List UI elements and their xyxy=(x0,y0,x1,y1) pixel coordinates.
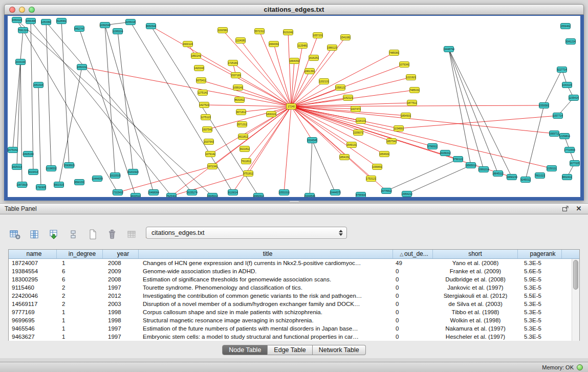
network-edge[interactable] xyxy=(238,87,291,106)
network-node[interactable]: 1537543 xyxy=(204,139,214,145)
network-node[interactable]: 7691324 xyxy=(18,28,28,33)
network-edge[interactable] xyxy=(312,140,335,192)
network-node[interactable]: 9433510 xyxy=(130,193,141,198)
table-row[interactable]: 946362711997Embryonic stem cells: a mode… xyxy=(9,333,572,341)
network-node[interactable]: 1155414 xyxy=(569,95,578,101)
tab-network-table[interactable]: Network Table xyxy=(313,345,366,355)
network-node[interactable]: 7485031 xyxy=(409,87,420,93)
network-edge[interactable] xyxy=(449,49,498,173)
network-edge[interactable] xyxy=(105,25,115,176)
network-node[interactable]: 1753121 xyxy=(366,176,376,182)
network-node[interactable]: 1857541 xyxy=(386,139,397,144)
network-node[interactable]: 9375412 xyxy=(196,78,206,83)
network-edge[interactable] xyxy=(291,77,411,106)
network-node[interactable]: 1966121 xyxy=(327,45,337,51)
network-edge[interactable] xyxy=(288,32,291,106)
network-node[interactable]: 1275123 xyxy=(201,115,211,120)
table-row[interactable]: 1938455462009Genome-wide association stu… xyxy=(9,267,572,275)
network-node[interactable]: 1224081 xyxy=(235,38,246,43)
network-node[interactable]: 1216131 xyxy=(356,118,366,124)
network-node[interactable]: 1790905 xyxy=(36,185,46,190)
show-columns-icon[interactable] xyxy=(28,228,41,240)
network-node[interactable]: 10391544 xyxy=(99,23,111,28)
network-node[interactable]: 7625401 xyxy=(166,193,177,198)
network-node[interactable]: 16776512 xyxy=(381,188,392,194)
network-node[interactable]: 9155018 xyxy=(125,19,136,25)
network-node[interactable]: 2200581 xyxy=(217,28,228,33)
network-node[interactable]: 1664051 xyxy=(289,58,299,64)
row-tools-icon[interactable] xyxy=(67,228,80,240)
network-node[interactable]: 10444059 xyxy=(92,176,103,182)
network-node[interactable]: 3671812 xyxy=(236,110,246,115)
network-edge[interactable] xyxy=(151,26,291,106)
network-node[interactable]: 20468064 xyxy=(148,190,159,195)
network-node[interactable]: 1669713 xyxy=(549,131,559,137)
network-node[interactable]: 1549131 xyxy=(346,142,357,148)
network-edge[interactable] xyxy=(291,106,406,116)
network-node[interactable]: 9751812 xyxy=(243,171,253,177)
network-node[interactable]: 1253360 xyxy=(41,19,51,25)
network-node[interactable]: 9356496 xyxy=(26,18,36,24)
network-node[interactable]: 1057714 xyxy=(553,113,563,119)
network-node[interactable]: 13954212 xyxy=(401,191,412,197)
network-edge[interactable] xyxy=(544,70,562,105)
column-header-name[interactable]: name xyxy=(9,250,57,258)
window-titlebar[interactable]: citations_edges.txt xyxy=(4,4,584,15)
network-node[interactable]: 1677005 xyxy=(570,161,580,166)
network-node[interactable]: 9119014 xyxy=(228,190,237,195)
column-header-short[interactable]: short xyxy=(433,250,518,258)
network-node[interactable]: 1099651 xyxy=(372,164,382,170)
network-node[interactable]: 17710554 xyxy=(564,147,575,153)
network-node[interactable]: 7611812 xyxy=(241,159,251,164)
network-edge[interactable] xyxy=(291,106,358,133)
network-node[interactable]: 2033193 xyxy=(15,59,26,65)
network-edge[interactable] xyxy=(46,22,51,168)
network-node[interactable]: 16155274 xyxy=(186,190,198,195)
network-node[interactable]: 10873919 xyxy=(16,182,28,188)
network-edge[interactable] xyxy=(407,165,471,194)
column-header-year[interactable]: year xyxy=(103,250,139,258)
zoom-window-button[interactable] xyxy=(29,7,35,13)
network-node[interactable]: 2051915 xyxy=(33,82,43,88)
network-node[interactable]: 1427521 xyxy=(199,102,209,108)
network-node[interactable]: 1860241 xyxy=(191,53,201,59)
network-node[interactable]: 1162121 xyxy=(343,95,353,101)
network-node[interactable]: 20444575 xyxy=(330,190,341,195)
network-node[interactable]: 9019414 xyxy=(28,169,38,175)
network-node[interactable]: 5901515 xyxy=(54,182,64,188)
network-node[interactable]: 9590153 xyxy=(74,180,84,185)
network-node[interactable]: 1541081 xyxy=(340,35,351,40)
network-node[interactable]: 10196532 xyxy=(46,166,57,171)
network-node[interactable]: 1725181 xyxy=(228,60,238,66)
minimize-window-button[interactable] xyxy=(19,7,25,13)
network-node[interactable]: 19645013 xyxy=(207,193,218,198)
network-edge[interactable] xyxy=(201,80,291,106)
network-node[interactable]: 19156312 xyxy=(440,150,451,156)
network-node[interactable]: 1937541 xyxy=(202,127,212,133)
network-node[interactable]: 1559581 xyxy=(539,103,549,108)
network-edge[interactable] xyxy=(291,105,544,106)
network-node[interactable]: 8832411 xyxy=(562,174,572,180)
table-settings-icon[interactable] xyxy=(8,228,21,240)
table-row[interactable]: 1830029562008Estimation of significance … xyxy=(9,275,572,283)
network-node[interactable]: 1616251 xyxy=(309,55,319,61)
close-window-button[interactable] xyxy=(9,7,15,13)
network-node[interactable]: 10991014 xyxy=(478,167,489,172)
network-node[interactable]: 1534545 xyxy=(307,138,317,143)
network-edge[interactable] xyxy=(399,116,558,128)
network-edge[interactable] xyxy=(118,31,133,172)
table-row[interactable]: 1456911722003Disruption of a novel membe… xyxy=(9,300,572,308)
network-node[interactable]: 5572312 xyxy=(254,29,265,34)
network-node[interactable]: 1057231 xyxy=(313,33,323,38)
network-edge[interactable] xyxy=(526,105,544,180)
close-panel-icon[interactable]: ✕ xyxy=(575,205,583,213)
network-node[interactable]: 16890234 xyxy=(506,174,517,180)
network-node[interactable]: 1043115 xyxy=(562,82,572,88)
network-node[interactable]: 2150111 xyxy=(547,166,557,171)
network-node[interactable]: 1961391 xyxy=(304,69,315,74)
network-node[interactable]: 1079341 xyxy=(399,62,409,68)
network-node[interactable]: 1202131 xyxy=(319,79,329,84)
network-node[interactable]: 2209071 xyxy=(353,130,363,136)
network-node[interactable]: 1675042 xyxy=(8,147,18,153)
network-canvas[interactable]: 1650024935649612533608128961769132494627… xyxy=(8,16,580,197)
